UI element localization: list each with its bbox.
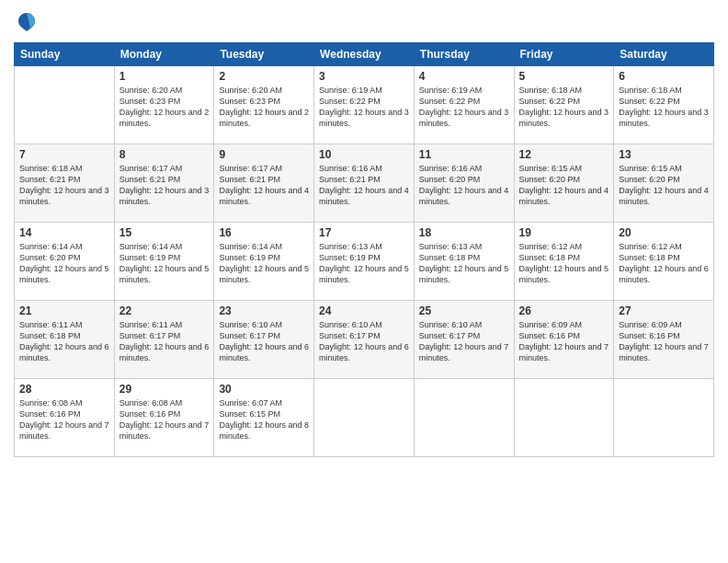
calendar-cell: 7Sunrise: 6:18 AM Sunset: 6:21 PM Daylig… — [15, 144, 115, 223]
calendar-cell: 2Sunrise: 6:20 AM Sunset: 6:23 PM Daylig… — [214, 66, 314, 144]
cell-content: Sunrise: 6:13 AM Sunset: 6:19 PM Dayligh… — [319, 241, 409, 286]
calendar-table: SundayMondayTuesdayWednesdayThursdayFrid… — [14, 42, 714, 457]
day-number: 4 — [419, 70, 509, 83]
day-number: 14 — [19, 226, 109, 239]
day-number: 3 — [319, 70, 409, 83]
day-number: 25 — [419, 304, 509, 317]
cell-content: Sunrise: 6:16 AM Sunset: 6:20 PM Dayligh… — [419, 163, 509, 208]
day-number: 20 — [619, 226, 709, 239]
calendar-cell: 13Sunrise: 6:15 AM Sunset: 6:20 PM Dayli… — [614, 144, 714, 223]
day-number: 19 — [519, 226, 609, 239]
cell-content: Sunrise: 6:14 AM Sunset: 6:19 PM Dayligh… — [219, 241, 309, 286]
calendar-cell: 1Sunrise: 6:20 AM Sunset: 6:23 PM Daylig… — [114, 66, 214, 144]
logo — [14, 9, 43, 35]
day-number: 5 — [519, 70, 609, 83]
cell-content: Sunrise: 6:08 AM Sunset: 6:16 PM Dayligh… — [119, 397, 210, 442]
calendar-cell: 10Sunrise: 6:16 AM Sunset: 6:21 PM Dayli… — [314, 144, 415, 223]
calendar-cell: 12Sunrise: 6:15 AM Sunset: 6:20 PM Dayli… — [514, 144, 614, 223]
cell-content: Sunrise: 6:07 AM Sunset: 6:15 PM Dayligh… — [219, 397, 309, 442]
cell-content: Sunrise: 6:08 AM Sunset: 6:16 PM Dayligh… — [19, 397, 109, 442]
day-header-monday: Monday — [114, 43, 214, 66]
logo-icon — [14, 9, 40, 35]
day-number: 8 — [119, 148, 210, 161]
cell-content: Sunrise: 6:15 AM Sunset: 6:20 PM Dayligh… — [519, 163, 609, 208]
calendar-cell: 8Sunrise: 6:17 AM Sunset: 6:21 PM Daylig… — [114, 144, 214, 223]
cell-content: Sunrise: 6:09 AM Sunset: 6:16 PM Dayligh… — [519, 319, 609, 364]
cell-content: Sunrise: 6:11 AM Sunset: 6:17 PM Dayligh… — [119, 319, 210, 364]
calendar-cell: 14Sunrise: 6:14 AM Sunset: 6:20 PM Dayli… — [15, 223, 115, 301]
calendar-cell — [15, 66, 115, 144]
cell-content: Sunrise: 6:19 AM Sunset: 6:22 PM Dayligh… — [319, 85, 409, 130]
calendar-cell: 24Sunrise: 6:10 AM Sunset: 6:17 PM Dayli… — [314, 301, 415, 379]
day-number: 2 — [219, 70, 309, 83]
day-number: 22 — [119, 304, 210, 317]
calendar-cell: 19Sunrise: 6:12 AM Sunset: 6:18 PM Dayli… — [514, 223, 614, 301]
calendar-cell — [314, 379, 415, 457]
calendar-week-1: 1Sunrise: 6:20 AM Sunset: 6:23 PM Daylig… — [15, 66, 714, 144]
cell-content: Sunrise: 6:09 AM Sunset: 6:16 PM Dayligh… — [619, 319, 709, 364]
cell-content: Sunrise: 6:10 AM Sunset: 6:17 PM Dayligh… — [419, 319, 509, 364]
header — [14, 9, 714, 35]
day-number: 10 — [319, 148, 409, 161]
calendar-cell: 26Sunrise: 6:09 AM Sunset: 6:16 PM Dayli… — [514, 301, 614, 379]
calendar-week-5: 28Sunrise: 6:08 AM Sunset: 6:16 PM Dayli… — [15, 379, 714, 457]
calendar-cell: 21Sunrise: 6:11 AM Sunset: 6:18 PM Dayli… — [15, 301, 115, 379]
day-header-sunday: Sunday — [15, 43, 115, 66]
cell-content: Sunrise: 6:10 AM Sunset: 6:17 PM Dayligh… — [319, 319, 409, 364]
calendar-cell: 20Sunrise: 6:12 AM Sunset: 6:18 PM Dayli… — [614, 223, 714, 301]
calendar-cell: 16Sunrise: 6:14 AM Sunset: 6:19 PM Dayli… — [214, 223, 314, 301]
calendar-cell: 5Sunrise: 6:18 AM Sunset: 6:22 PM Daylig… — [514, 66, 614, 144]
day-number: 26 — [519, 304, 609, 317]
cell-content: Sunrise: 6:12 AM Sunset: 6:18 PM Dayligh… — [619, 241, 709, 286]
day-number: 15 — [119, 226, 210, 239]
calendar-cell: 9Sunrise: 6:17 AM Sunset: 6:21 PM Daylig… — [214, 144, 314, 223]
day-number: 23 — [219, 304, 309, 317]
day-number: 9 — [219, 148, 309, 161]
day-number: 18 — [419, 226, 509, 239]
day-number: 12 — [519, 148, 609, 161]
calendar-cell: 6Sunrise: 6:18 AM Sunset: 6:22 PM Daylig… — [614, 66, 714, 144]
calendar-header-row: SundayMondayTuesdayWednesdayThursdayFrid… — [15, 43, 714, 66]
day-header-tuesday: Tuesday — [214, 43, 314, 66]
cell-content: Sunrise: 6:20 AM Sunset: 6:23 PM Dayligh… — [119, 85, 210, 130]
day-number: 30 — [219, 383, 309, 396]
cell-content: Sunrise: 6:20 AM Sunset: 6:23 PM Dayligh… — [219, 85, 309, 130]
day-header-saturday: Saturday — [614, 43, 714, 66]
cell-content: Sunrise: 6:18 AM Sunset: 6:22 PM Dayligh… — [519, 85, 609, 130]
day-header-wednesday: Wednesday — [314, 43, 415, 66]
calendar-cell: 22Sunrise: 6:11 AM Sunset: 6:17 PM Dayli… — [114, 301, 214, 379]
calendar-week-4: 21Sunrise: 6:11 AM Sunset: 6:18 PM Dayli… — [15, 301, 714, 379]
day-number: 13 — [619, 148, 709, 161]
cell-content: Sunrise: 6:10 AM Sunset: 6:17 PM Dayligh… — [219, 319, 309, 364]
day-number: 7 — [19, 148, 109, 161]
cell-content: Sunrise: 6:17 AM Sunset: 6:21 PM Dayligh… — [219, 163, 309, 208]
calendar-cell: 15Sunrise: 6:14 AM Sunset: 6:19 PM Dayli… — [114, 223, 214, 301]
cell-content: Sunrise: 6:18 AM Sunset: 6:22 PM Dayligh… — [619, 85, 709, 130]
cell-content: Sunrise: 6:15 AM Sunset: 6:20 PM Dayligh… — [619, 163, 709, 208]
cell-content: Sunrise: 6:14 AM Sunset: 6:19 PM Dayligh… — [119, 241, 210, 286]
calendar-cell: 29Sunrise: 6:08 AM Sunset: 6:16 PM Dayli… — [114, 379, 214, 457]
day-number: 21 — [19, 304, 109, 317]
calendar-cell: 17Sunrise: 6:13 AM Sunset: 6:19 PM Dayli… — [314, 223, 415, 301]
day-number: 17 — [319, 226, 409, 239]
cell-content: Sunrise: 6:13 AM Sunset: 6:18 PM Dayligh… — [419, 241, 509, 286]
cell-content: Sunrise: 6:17 AM Sunset: 6:21 PM Dayligh… — [119, 163, 210, 208]
day-number: 27 — [619, 304, 709, 317]
day-number: 29 — [119, 383, 210, 396]
calendar-cell: 18Sunrise: 6:13 AM Sunset: 6:18 PM Dayli… — [414, 223, 514, 301]
calendar-cell: 28Sunrise: 6:08 AM Sunset: 6:16 PM Dayli… — [15, 379, 115, 457]
day-number: 11 — [419, 148, 509, 161]
calendar-cell — [414, 379, 514, 457]
cell-content: Sunrise: 6:14 AM Sunset: 6:20 PM Dayligh… — [19, 241, 109, 286]
day-number: 1 — [119, 70, 210, 83]
calendar-cell: 27Sunrise: 6:09 AM Sunset: 6:16 PM Dayli… — [614, 301, 714, 379]
calendar-cell: 4Sunrise: 6:19 AM Sunset: 6:22 PM Daylig… — [414, 66, 514, 144]
calendar-week-2: 7Sunrise: 6:18 AM Sunset: 6:21 PM Daylig… — [15, 144, 714, 223]
calendar-cell: 25Sunrise: 6:10 AM Sunset: 6:17 PM Dayli… — [414, 301, 514, 379]
day-number: 6 — [619, 70, 709, 83]
day-header-friday: Friday — [514, 43, 614, 66]
calendar-week-3: 14Sunrise: 6:14 AM Sunset: 6:20 PM Dayli… — [15, 223, 714, 301]
cell-content: Sunrise: 6:11 AM Sunset: 6:18 PM Dayligh… — [19, 319, 109, 364]
page: SundayMondayTuesdayWednesdayThursdayFrid… — [0, 0, 728, 563]
cell-content: Sunrise: 6:12 AM Sunset: 6:18 PM Dayligh… — [519, 241, 609, 286]
